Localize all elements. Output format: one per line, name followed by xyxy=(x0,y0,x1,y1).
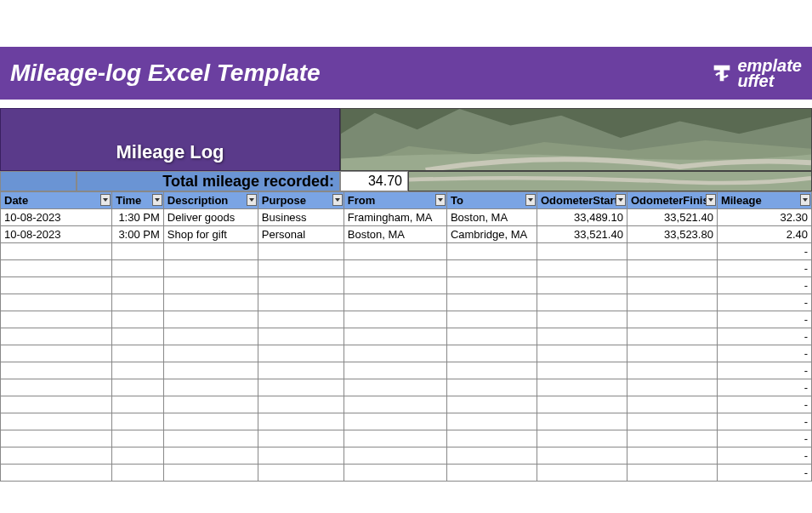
cell-to[interactable] xyxy=(446,294,537,311)
cell-ofinish[interactable] xyxy=(627,260,717,277)
cell-purpose[interactable] xyxy=(258,311,344,328)
table-row-empty[interactable]: - xyxy=(1,379,812,396)
cell-ofinish[interactable]: 33,521.40 xyxy=(627,209,717,226)
cell-to[interactable] xyxy=(446,430,537,447)
cell-date[interactable] xyxy=(1,379,112,396)
cell-date[interactable] xyxy=(1,430,112,447)
table-row-empty[interactable]: - xyxy=(1,396,812,413)
cell-from[interactable] xyxy=(344,447,446,465)
cell-ostart[interactable] xyxy=(537,413,627,430)
cell-date[interactable] xyxy=(1,413,112,430)
cell-from[interactable] xyxy=(344,260,446,277)
cell-time[interactable] xyxy=(112,277,164,294)
column-header-ostart[interactable]: OdometerStart xyxy=(537,192,627,209)
cell-purpose[interactable] xyxy=(258,277,344,294)
cell-time[interactable]: 3:00 PM xyxy=(112,226,164,243)
cell-date[interactable] xyxy=(1,362,112,379)
cell-ofinish[interactable] xyxy=(627,328,717,345)
cell-to[interactable] xyxy=(446,465,537,482)
cell-to[interactable] xyxy=(446,243,537,260)
cell-to[interactable] xyxy=(446,277,537,294)
cell-desc[interactable] xyxy=(163,465,258,482)
cell-ofinish[interactable] xyxy=(627,396,717,413)
cell-ostart[interactable] xyxy=(537,430,627,447)
cell-from[interactable] xyxy=(344,413,446,430)
cell-desc[interactable] xyxy=(163,277,258,294)
cell-from[interactable] xyxy=(344,362,446,379)
cell-from[interactable] xyxy=(344,243,446,260)
filter-dropdown-icon[interactable] xyxy=(525,194,536,206)
cell-ostart[interactable]: 33,489.10 xyxy=(537,209,627,226)
table-row-empty[interactable]: - xyxy=(1,413,812,430)
cell-ostart[interactable] xyxy=(537,447,627,465)
cell-mileage[interactable]: - xyxy=(717,413,811,430)
column-header-mileage[interactable]: Mileage xyxy=(717,192,811,209)
cell-from[interactable] xyxy=(344,345,446,362)
cell-ostart[interactable] xyxy=(537,260,627,277)
cell-to[interactable] xyxy=(446,260,537,277)
cell-purpose[interactable] xyxy=(258,362,344,379)
cell-ofinish[interactable] xyxy=(627,345,717,362)
cell-to[interactable] xyxy=(446,362,537,379)
filter-dropdown-icon[interactable] xyxy=(247,194,257,206)
cell-date[interactable] xyxy=(1,328,112,345)
cell-from[interactable] xyxy=(344,465,446,482)
cell-to[interactable] xyxy=(446,379,537,396)
cell-to[interactable] xyxy=(446,311,537,328)
cell-purpose[interactable] xyxy=(258,260,344,277)
table-row-empty[interactable]: - xyxy=(1,260,812,277)
cell-from[interactable]: Boston, MA xyxy=(344,226,446,243)
cell-to[interactable] xyxy=(446,345,537,362)
cell-ostart[interactable]: 33,521.40 xyxy=(537,226,627,243)
cell-purpose[interactable] xyxy=(258,413,344,430)
cell-ofinish[interactable] xyxy=(627,294,717,311)
table-row-empty[interactable]: - xyxy=(1,345,812,362)
cell-purpose[interactable]: Business xyxy=(258,209,344,226)
cell-desc[interactable] xyxy=(163,362,258,379)
cell-purpose[interactable] xyxy=(258,396,344,413)
cell-purpose[interactable] xyxy=(258,379,344,396)
cell-ostart[interactable] xyxy=(537,362,627,379)
cell-purpose[interactable] xyxy=(258,430,344,447)
cell-time[interactable]: 1:30 PM xyxy=(112,209,164,226)
cell-time[interactable] xyxy=(112,311,164,328)
cell-date[interactable] xyxy=(1,294,112,311)
table-row-empty[interactable]: - xyxy=(1,447,812,465)
cell-date[interactable] xyxy=(1,465,112,482)
cell-ofinish[interactable] xyxy=(627,311,717,328)
column-header-ofinish[interactable]: OdometerFinish xyxy=(627,192,717,209)
cell-date[interactable] xyxy=(1,243,112,260)
cell-from[interactable]: Framingham, MA xyxy=(344,209,446,226)
cell-ofinish[interactable] xyxy=(627,465,717,482)
table-row-empty[interactable]: - xyxy=(1,277,812,294)
table-row-empty[interactable]: - xyxy=(1,328,812,345)
cell-to[interactable] xyxy=(446,396,537,413)
table-row[interactable]: 10-08-20233:00 PMShop for giftPersonalBo… xyxy=(1,226,812,243)
cell-date[interactable] xyxy=(1,345,112,362)
cell-time[interactable] xyxy=(112,243,164,260)
cell-mileage[interactable]: - xyxy=(717,362,811,379)
cell-ofinish[interactable] xyxy=(627,447,717,465)
cell-purpose[interactable] xyxy=(258,328,344,345)
column-header-desc[interactable]: Description xyxy=(163,192,258,209)
filter-dropdown-icon[interactable] xyxy=(706,194,716,206)
cell-mileage[interactable]: 2.40 xyxy=(717,226,811,243)
filter-dropdown-icon[interactable] xyxy=(332,194,343,206)
cell-time[interactable] xyxy=(112,345,164,362)
cell-desc[interactable] xyxy=(163,447,258,465)
cell-to[interactable] xyxy=(446,328,537,345)
cell-to[interactable]: Cambridge, MA xyxy=(446,226,537,243)
cell-desc[interactable]: Deliver goods xyxy=(163,209,258,226)
cell-desc[interactable] xyxy=(163,396,258,413)
cell-ostart[interactable] xyxy=(537,328,627,345)
cell-desc[interactable] xyxy=(163,328,258,345)
cell-date[interactable] xyxy=(1,277,112,294)
cell-ostart[interactable] xyxy=(537,396,627,413)
cell-ofinish[interactable] xyxy=(627,362,717,379)
cell-date[interactable] xyxy=(1,311,112,328)
cell-mileage[interactable]: - xyxy=(717,465,811,482)
cell-desc[interactable] xyxy=(163,294,258,311)
cell-to[interactable] xyxy=(446,413,537,430)
table-row-empty[interactable]: - xyxy=(1,465,812,482)
filter-dropdown-icon[interactable] xyxy=(152,194,162,206)
